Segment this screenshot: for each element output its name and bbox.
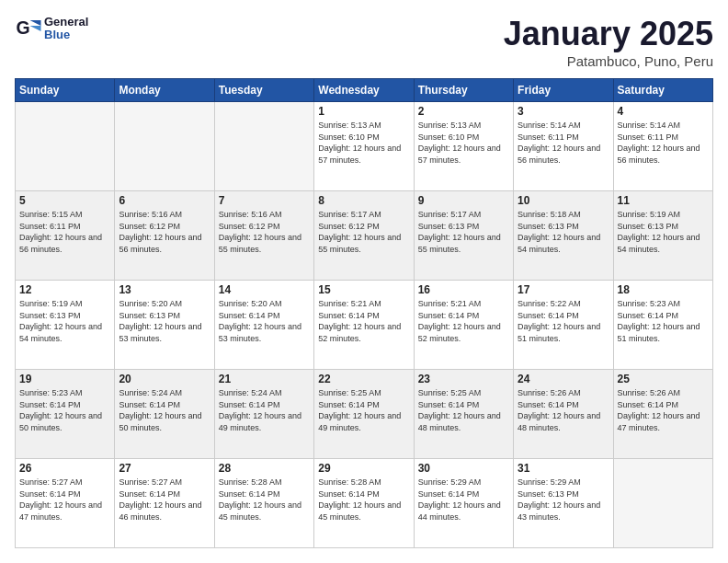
day-info: Sunrise: 5:18 AMSunset: 6:13 PMDaylight:… bbox=[518, 209, 609, 255]
calendar-day: 14Sunrise: 5:20 AMSunset: 6:14 PMDayligh… bbox=[214, 281, 313, 370]
weekday-header-thursday: Thursday bbox=[414, 79, 513, 102]
svg-marker-2 bbox=[30, 20, 41, 26]
day-info: Sunrise: 5:28 AMSunset: 6:14 PMDaylight:… bbox=[318, 477, 409, 523]
day-info: Sunrise: 5:24 AMSunset: 6:14 PMDaylight:… bbox=[219, 387, 310, 433]
calendar-day: 7Sunrise: 5:16 AMSunset: 6:12 PMDaylight… bbox=[214, 191, 313, 281]
calendar-week-4: 19Sunrise: 5:23 AMSunset: 6:14 PMDayligh… bbox=[16, 370, 713, 459]
day-info: Sunrise: 5:17 AMSunset: 6:12 PMDaylight:… bbox=[318, 209, 409, 255]
logo-general: General bbox=[44, 15, 88, 29]
day-info: Sunrise: 5:27 AMSunset: 6:14 PMDaylight:… bbox=[119, 477, 210, 523]
calendar-week-1: 1Sunrise: 5:13 AMSunset: 6:10 PMDaylight… bbox=[16, 102, 713, 191]
weekday-header-tuesday: Tuesday bbox=[214, 79, 313, 102]
calendar-day: 31Sunrise: 5:29 AMSunset: 6:13 PMDayligh… bbox=[514, 459, 613, 548]
logo-blue: Blue bbox=[44, 28, 70, 41]
day-info: Sunrise: 5:22 AMSunset: 6:14 PMDaylight:… bbox=[518, 298, 609, 344]
day-number: 23 bbox=[418, 373, 509, 385]
day-number: 13 bbox=[119, 283, 210, 296]
day-number: 15 bbox=[318, 283, 409, 296]
day-info: Sunrise: 5:21 AMSunset: 6:14 PMDaylight:… bbox=[418, 298, 509, 344]
day-number: 9 bbox=[418, 194, 509, 207]
weekday-header-sunday: Sunday bbox=[16, 79, 115, 102]
day-number: 5 bbox=[19, 194, 110, 207]
weekday-header-monday: Monday bbox=[115, 79, 214, 102]
calendar-day: 6Sunrise: 5:16 AMSunset: 6:12 PMDaylight… bbox=[115, 191, 214, 281]
calendar-day: 4Sunrise: 5:14 AMSunset: 6:11 PMDaylight… bbox=[613, 102, 712, 191]
calendar-header-row: SundayMondayTuesdayWednesdayThursdayFrid… bbox=[16, 79, 713, 102]
day-number: 25 bbox=[618, 373, 709, 385]
day-info: Sunrise: 5:16 AMSunset: 6:12 PMDaylight:… bbox=[119, 209, 210, 255]
calendar-week-5: 26Sunrise: 5:27 AMSunset: 6:14 PMDayligh… bbox=[16, 459, 713, 548]
calendar-day: 8Sunrise: 5:17 AMSunset: 6:12 PMDaylight… bbox=[314, 191, 414, 281]
calendar-day: 27Sunrise: 5:27 AMSunset: 6:14 PMDayligh… bbox=[115, 459, 214, 548]
day-number: 4 bbox=[618, 105, 709, 118]
day-number: 29 bbox=[318, 462, 409, 475]
calendar-day: 22Sunrise: 5:25 AMSunset: 6:14 PMDayligh… bbox=[314, 370, 414, 459]
day-number: 6 bbox=[119, 194, 210, 207]
calendar-day: 28Sunrise: 5:28 AMSunset: 6:14 PMDayligh… bbox=[214, 459, 313, 548]
day-info: Sunrise: 5:29 AMSunset: 6:14 PMDaylight:… bbox=[418, 477, 509, 523]
day-info: Sunrise: 5:14 AMSunset: 6:11 PMDaylight:… bbox=[518, 120, 609, 166]
svg-marker-3 bbox=[30, 26, 41, 31]
day-number: 10 bbox=[518, 194, 609, 207]
day-info: Sunrise: 5:14 AMSunset: 6:11 PMDaylight:… bbox=[618, 120, 709, 166]
day-number: 18 bbox=[618, 283, 709, 296]
day-info: Sunrise: 5:25 AMSunset: 6:14 PMDaylight:… bbox=[318, 387, 409, 433]
day-number: 17 bbox=[518, 283, 609, 296]
day-info: Sunrise: 5:27 AMSunset: 6:14 PMDaylight:… bbox=[19, 477, 110, 523]
calendar-day: 9Sunrise: 5:17 AMSunset: 6:13 PMDaylight… bbox=[414, 191, 513, 281]
day-number: 3 bbox=[518, 105, 609, 118]
day-number: 22 bbox=[318, 373, 409, 385]
location: Patambuco, Puno, Peru bbox=[504, 53, 713, 69]
weekday-header-friday: Friday bbox=[514, 79, 613, 102]
calendar-day: 18Sunrise: 5:23 AMSunset: 6:14 PMDayligh… bbox=[613, 281, 712, 370]
calendar-day: 10Sunrise: 5:18 AMSunset: 6:13 PMDayligh… bbox=[514, 191, 613, 281]
day-info: Sunrise: 5:15 AMSunset: 6:11 PMDaylight:… bbox=[19, 209, 110, 255]
day-number: 11 bbox=[618, 194, 709, 207]
day-info: Sunrise: 5:20 AMSunset: 6:14 PMDaylight:… bbox=[219, 298, 310, 344]
calendar-day: 20Sunrise: 5:24 AMSunset: 6:14 PMDayligh… bbox=[115, 370, 214, 459]
day-number: 19 bbox=[19, 373, 110, 385]
day-number: 27 bbox=[119, 462, 210, 475]
calendar-day: 16Sunrise: 5:21 AMSunset: 6:14 PMDayligh… bbox=[414, 281, 513, 370]
day-number: 31 bbox=[518, 462, 609, 475]
day-number: 16 bbox=[418, 283, 509, 296]
calendar-day: 13Sunrise: 5:20 AMSunset: 6:13 PMDayligh… bbox=[115, 281, 214, 370]
day-info: Sunrise: 5:26 AMSunset: 6:14 PMDaylight:… bbox=[618, 387, 709, 433]
day-number: 7 bbox=[219, 194, 310, 207]
day-number: 21 bbox=[219, 373, 310, 385]
day-number: 8 bbox=[318, 194, 409, 207]
day-info: Sunrise: 5:29 AMSunset: 6:13 PMDaylight:… bbox=[518, 477, 609, 523]
logo-icon: G bbox=[15, 15, 42, 42]
calendar-day: 21Sunrise: 5:24 AMSunset: 6:14 PMDayligh… bbox=[214, 370, 313, 459]
calendar-day: 26Sunrise: 5:27 AMSunset: 6:14 PMDayligh… bbox=[16, 459, 115, 548]
calendar: SundayMondayTuesdayWednesdayThursdayFrid… bbox=[15, 78, 713, 548]
calendar-day: 2Sunrise: 5:13 AMSunset: 6:10 PMDaylight… bbox=[414, 102, 513, 191]
day-number: 14 bbox=[219, 283, 310, 296]
day-info: Sunrise: 5:21 AMSunset: 6:14 PMDaylight:… bbox=[318, 298, 409, 344]
calendar-day: 11Sunrise: 5:19 AMSunset: 6:13 PMDayligh… bbox=[613, 191, 712, 281]
calendar-day bbox=[115, 102, 214, 191]
day-number: 26 bbox=[19, 462, 110, 475]
day-number: 20 bbox=[119, 373, 210, 385]
day-info: Sunrise: 5:26 AMSunset: 6:14 PMDaylight:… bbox=[518, 387, 609, 433]
calendar-day: 23Sunrise: 5:25 AMSunset: 6:14 PMDayligh… bbox=[414, 370, 513, 459]
day-number: 2 bbox=[418, 105, 509, 118]
calendar-day: 19Sunrise: 5:23 AMSunset: 6:14 PMDayligh… bbox=[16, 370, 115, 459]
calendar-day bbox=[16, 102, 115, 191]
day-info: Sunrise: 5:20 AMSunset: 6:13 PMDaylight:… bbox=[119, 298, 210, 344]
day-info: Sunrise: 5:23 AMSunset: 6:14 PMDaylight:… bbox=[618, 298, 709, 344]
calendar-day: 12Sunrise: 5:19 AMSunset: 6:13 PMDayligh… bbox=[16, 281, 115, 370]
weekday-header-saturday: Saturday bbox=[613, 79, 712, 102]
logo: G General Blue bbox=[15, 15, 88, 42]
calendar-day: 25Sunrise: 5:26 AMSunset: 6:14 PMDayligh… bbox=[613, 370, 712, 459]
day-info: Sunrise: 5:24 AMSunset: 6:14 PMDaylight:… bbox=[119, 387, 210, 433]
day-number: 30 bbox=[418, 462, 509, 475]
calendar-day: 1Sunrise: 5:13 AMSunset: 6:10 PMDaylight… bbox=[314, 102, 414, 191]
day-info: Sunrise: 5:13 AMSunset: 6:10 PMDaylight:… bbox=[318, 120, 409, 166]
calendar-day: 15Sunrise: 5:21 AMSunset: 6:14 PMDayligh… bbox=[314, 281, 414, 370]
day-info: Sunrise: 5:25 AMSunset: 6:14 PMDaylight:… bbox=[418, 387, 509, 433]
day-info: Sunrise: 5:13 AMSunset: 6:10 PMDaylight:… bbox=[418, 120, 509, 166]
day-info: Sunrise: 5:17 AMSunset: 6:13 PMDaylight:… bbox=[418, 209, 509, 255]
calendar-day bbox=[613, 459, 712, 548]
page: G General Blue January 2025 Patambuco, P… bbox=[0, 0, 728, 563]
